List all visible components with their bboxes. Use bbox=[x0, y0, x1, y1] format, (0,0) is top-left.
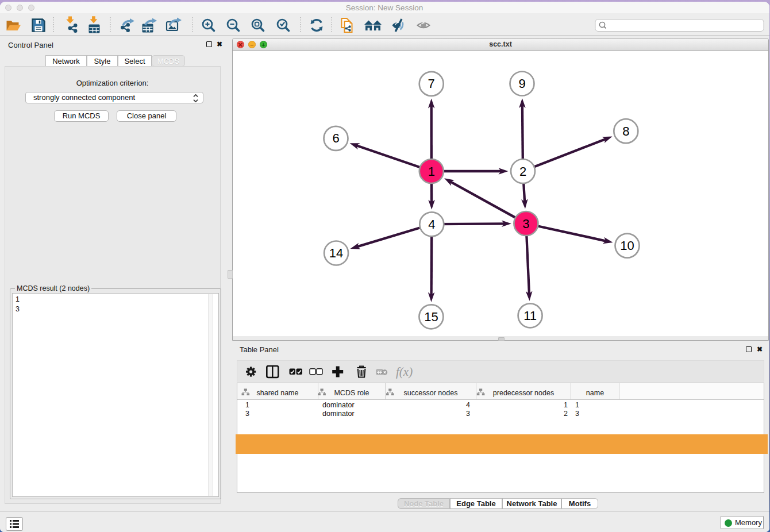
svg-text:15: 15 bbox=[424, 310, 438, 324]
svg-text:7: 7 bbox=[428, 76, 435, 91]
svg-text:9: 9 bbox=[518, 76, 525, 91]
svg-text:14: 14 bbox=[329, 246, 343, 260]
svg-text:1: 1 bbox=[428, 164, 435, 179]
svg-text:3: 3 bbox=[522, 217, 529, 231]
svg-text:6: 6 bbox=[332, 131, 339, 145]
svg-text:2: 2 bbox=[519, 164, 526, 179]
svg-text:10: 10 bbox=[620, 238, 634, 253]
svg-text:f(x): f(x) bbox=[396, 365, 413, 379]
svg-text:8: 8 bbox=[622, 124, 629, 138]
svg-text:11: 11 bbox=[523, 309, 537, 323]
svg-text:4: 4 bbox=[428, 217, 435, 232]
